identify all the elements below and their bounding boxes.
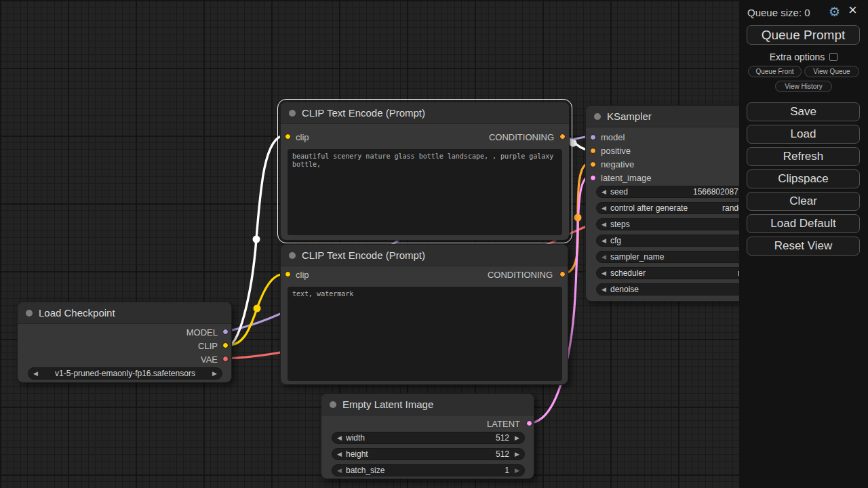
- output-label-clip: CLIP: [198, 341, 218, 351]
- stepper-left-icon[interactable]: ◀: [601, 251, 606, 262]
- clear-button[interactable]: Clear: [747, 192, 860, 211]
- stepper-left-icon[interactable]: ◀: [337, 449, 342, 460]
- comfyui-app: CLIP Text Encode (Prompt) clip CONDITION…: [0, 0, 868, 488]
- prompt-textarea[interactable]: beautiful scenery nature glass bottle la…: [288, 149, 562, 235]
- load-default-button[interactable]: Load Default: [747, 214, 860, 233]
- stepper-left-icon[interactable]: ◀: [337, 432, 342, 443]
- widget-height[interactable]: ◀ height 512 ▶: [332, 448, 525, 460]
- stepper-left-icon[interactable]: ◀: [601, 219, 606, 230]
- node-title: KSampler: [607, 106, 652, 127]
- input-slot-clip[interactable]: [285, 271, 291, 277]
- queue-front-button[interactable]: Queue Front: [748, 66, 802, 77]
- output-slot-vae[interactable]: [222, 356, 229, 362]
- widget-value: 1: [505, 465, 509, 476]
- node-title-bar[interactable]: Empty Latent Image: [321, 394, 534, 415]
- node-title-bar[interactable]: CLIP Text Encode (Prompt): [281, 245, 568, 266]
- stepper-right-icon[interactable]: ▶: [515, 465, 519, 476]
- ckpt-name-value: v1-5-pruned-emaonly-fp16.safetensors: [42, 368, 208, 379]
- widget-value: 1566802087: [693, 186, 738, 197]
- output-label-conditioning: CONDITIONING: [489, 132, 554, 142]
- input-slot-positive[interactable]: [590, 148, 596, 154]
- node-clip-text-encode-positive[interactable]: CLIP Text Encode (Prompt) clip CONDITION…: [280, 102, 570, 241]
- input-slot-negative[interactable]: [590, 161, 596, 167]
- ckpt-name-combo[interactable]: ◀ v1-5-pruned-emaonly-fp16.safetensors ▶: [28, 367, 222, 380]
- widget-label: sampler_name: [610, 251, 664, 262]
- stepper-left-icon[interactable]: ◀: [601, 186, 606, 197]
- stepper-left-icon[interactable]: ◀: [601, 235, 606, 246]
- node-load-checkpoint[interactable]: Load Checkpoint MODEL CLIP VAE ◀ v1-5-pr…: [17, 302, 232, 383]
- collapse-dot-icon[interactable]: [289, 252, 296, 259]
- node-title: CLIP Text Encode (Prompt): [302, 245, 425, 266]
- node-empty-latent-image[interactable]: Empty Latent Image LATENT ◀ width 512 ▶ …: [321, 393, 534, 479]
- output-slot-conditioning[interactable]: [559, 134, 566, 140]
- input-label-latent-image: latent_image: [601, 173, 651, 183]
- output-slot-model[interactable]: [222, 329, 229, 335]
- widget-batch-size[interactable]: ◀ batch_size 1 ▶: [332, 464, 525, 476]
- input-slot-model[interactable]: [590, 134, 596, 140]
- stepper-right-icon[interactable]: ▶: [515, 432, 519, 443]
- widget-label: steps: [610, 219, 630, 230]
- widget-label: cfg: [610, 235, 621, 246]
- collapse-dot-icon[interactable]: [594, 113, 601, 120]
- prompt-textarea[interactable]: text, watermark: [288, 287, 562, 381]
- output-label-latent: LATENT: [487, 419, 520, 429]
- node-title: Empty Latent Image: [342, 394, 433, 415]
- input-label-clip: clip: [296, 132, 309, 142]
- widget-value: 512: [496, 449, 509, 460]
- close-icon[interactable]: ×: [848, 3, 857, 18]
- widget-label: control after generate: [610, 203, 688, 214]
- view-history-button[interactable]: View History: [775, 81, 832, 92]
- node-title-bar[interactable]: CLIP Text Encode (Prompt): [281, 102, 569, 124]
- queue-size-label: Queue size: 0: [747, 7, 810, 18]
- input-label-clip: clip: [296, 270, 309, 280]
- input-label-model: model: [601, 132, 625, 142]
- node-title-bar[interactable]: Load Checkpoint: [18, 302, 231, 324]
- collapse-dot-icon[interactable]: [26, 310, 33, 317]
- stepper-left-icon[interactable]: ◀: [601, 203, 606, 214]
- load-button[interactable]: Load: [747, 125, 860, 144]
- extra-options-checkbox[interactable]: [829, 53, 837, 61]
- stepper-left-icon[interactable]: ◀: [601, 284, 606, 295]
- view-queue-button[interactable]: View Queue: [804, 66, 859, 77]
- input-label-negative: negative: [601, 159, 634, 169]
- settings-gear-icon[interactable]: ⚙: [829, 5, 840, 20]
- input-slot-latent-image[interactable]: [590, 175, 596, 181]
- reset-view-button[interactable]: Reset View: [747, 237, 860, 256]
- output-slot-clip[interactable]: [222, 342, 229, 348]
- output-label-conditioning: CONDITIONING: [488, 270, 553, 280]
- queue-prompt-button[interactable]: Queue Prompt: [747, 25, 860, 45]
- clipspace-button[interactable]: Clipspace: [747, 169, 860, 188]
- collapse-dot-icon[interactable]: [289, 110, 296, 117]
- input-slot-clip[interactable]: [285, 134, 291, 140]
- node-title: CLIP Text Encode (Prompt): [302, 102, 425, 124]
- output-label-model: MODEL: [186, 327, 218, 338]
- combo-next-icon[interactable]: ▶: [212, 368, 217, 379]
- collapse-dot-icon[interactable]: [330, 401, 336, 408]
- refresh-button[interactable]: Refresh: [747, 147, 860, 166]
- output-label-vae: VAE: [201, 354, 218, 365]
- widget-label: width: [346, 432, 365, 443]
- node-title: Load Checkpoint: [39, 302, 115, 324]
- widget-label: height: [346, 449, 368, 460]
- output-slot-latent[interactable]: [526, 420, 532, 426]
- input-label-positive: positive: [601, 146, 631, 156]
- node-clip-text-encode-negative[interactable]: CLIP Text Encode (Prompt) clip CONDITION…: [280, 244, 568, 385]
- combo-prev-icon[interactable]: ◀: [33, 368, 38, 379]
- extra-options-row: Extra options: [739, 51, 868, 62]
- widget-label: denoise: [610, 284, 639, 295]
- widget-width[interactable]: ◀ width 512 ▶: [332, 432, 525, 444]
- extra-options-label: Extra options: [770, 52, 825, 62]
- stepper-left-icon[interactable]: ◀: [337, 465, 342, 476]
- stepper-right-icon[interactable]: ▶: [515, 449, 519, 460]
- widget-value: 512: [496, 432, 509, 443]
- widget-label: scheduler: [610, 268, 646, 279]
- output-slot-conditioning[interactable]: [559, 271, 566, 277]
- widget-label: batch_size: [346, 465, 384, 476]
- stepper-left-icon[interactable]: ◀: [601, 268, 606, 279]
- comfy-menu-panel: Queue size: 0 ⚙ × Queue Prompt Extra opt…: [739, 0, 868, 488]
- widget-label: seed: [610, 186, 628, 197]
- save-button[interactable]: Save: [747, 102, 860, 121]
